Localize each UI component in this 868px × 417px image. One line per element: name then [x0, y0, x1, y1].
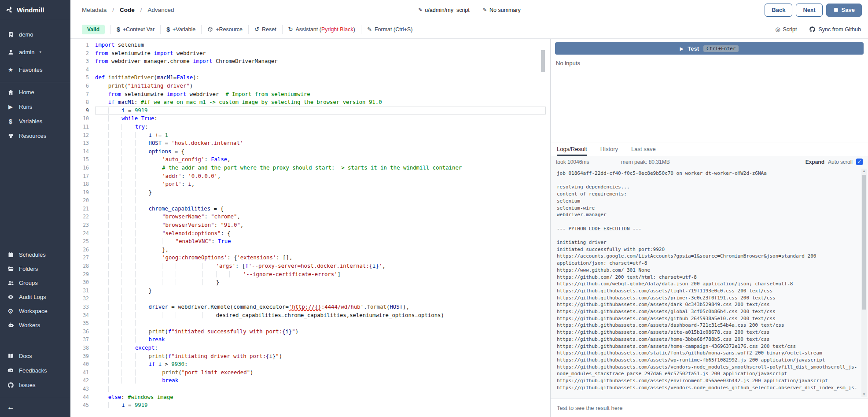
code-line[interactable]: 26 }, — [70, 246, 546, 254]
line-number[interactable]: 10 — [70, 114, 89, 123]
line-number[interactable]: 28 — [70, 262, 89, 270]
code-line[interactable]: 16 # the addr and the port where the pro… — [70, 164, 546, 172]
back-button[interactable]: Back — [765, 4, 792, 17]
line-number[interactable]: 32 — [70, 295, 89, 303]
sidebar-item-workspace[interactable]: ⚙Workspace — [0, 304, 70, 318]
code-line[interactable]: 4 — [70, 66, 546, 74]
sidebar-item-workers[interactable]: Workers — [0, 318, 70, 332]
scroll-up-icon[interactable]: ▲ — [861, 169, 867, 173]
code-line[interactable]: 36 print(f"initiated successfully with p… — [70, 328, 546, 336]
line-number[interactable]: 33 — [70, 303, 89, 311]
code-line[interactable]: 31 } — [70, 287, 546, 295]
editor-scrollbar[interactable] — [541, 50, 545, 72]
line-number[interactable]: 6 — [70, 82, 89, 90]
variable-button[interactable]: $+Variable — [166, 26, 195, 33]
code-line[interactable]: 2from seleniumwire import webdriver — [70, 49, 546, 58]
tab-metadata[interactable]: Metadata — [82, 7, 107, 13]
scroll-down-icon[interactable]: ▼ — [861, 392, 867, 396]
line-number[interactable]: 37 — [70, 336, 89, 344]
script-button[interactable]: ◎Script — [775, 26, 797, 33]
line-number[interactable]: 12 — [70, 131, 89, 140]
sidebar-item-issues[interactable]: Issues — [0, 378, 70, 392]
code-line[interactable]: 29 '--ignore-certificate-errors'] — [70, 270, 546, 279]
line-number[interactable]: 9 — [70, 107, 89, 115]
sidebar-item-folders[interactable]: Folders — [0, 262, 70, 276]
log-output[interactable]: job 01864aff-22dd-cf40-f0c5-0ec8e9b50c70… — [551, 168, 868, 399]
save-button[interactable]: Save — [826, 4, 862, 17]
sidebar-item-resources[interactable]: Resources — [0, 129, 70, 143]
test-button[interactable]: ▶ Test Ctrl+Enter — [555, 42, 864, 55]
code-editor[interactable]: 1import selenium2from seleniumwire impor… — [70, 39, 546, 417]
line-number[interactable]: 25 — [70, 237, 89, 246]
code-line[interactable]: 21 chrome_capabilities = { — [70, 205, 546, 213]
line-number[interactable]: 11 — [70, 123, 89, 131]
code-line[interactable]: 41 print("port limit exceeded") — [70, 369, 546, 377]
tab-advanced[interactable]: Advanced — [148, 7, 174, 13]
line-number[interactable]: 3 — [70, 57, 89, 66]
tab-code[interactable]: Code — [120, 7, 135, 13]
code-line[interactable]: 25 "enableVNC": True — [70, 237, 546, 246]
sidebar-item-admin[interactable]: admin▾ — [0, 43, 70, 61]
sidebar-item-schedules[interactable]: Schedules — [0, 247, 70, 262]
sidebar-item-home[interactable]: Home — [0, 85, 70, 100]
line-number[interactable]: 41 — [70, 369, 89, 377]
code-line[interactable]: 11 try: — [70, 123, 546, 131]
code-line[interactable]: 30 } — [70, 278, 546, 287]
code-line[interactable]: 8 if macM1: #if we are on mac m1 -> cust… — [70, 98, 546, 107]
line-number[interactable]: 23 — [70, 221, 89, 229]
code-line[interactable]: 3from webdriver_manager.chrome import Ch… — [70, 57, 546, 66]
line-number[interactable]: 34 — [70, 311, 89, 320]
code-line[interactable]: 1import selenium — [70, 41, 546, 49]
script-path[interactable]: ✎ u/admin/my_script — [418, 7, 470, 13]
code-line[interactable]: 44 else: #windows image — [70, 393, 546, 402]
code-line[interactable]: 18 'port': i, — [70, 180, 546, 188]
line-number[interactable]: 1 — [70, 41, 89, 49]
code-line[interactable]: 40 if i > 9930: — [70, 360, 546, 369]
code-line[interactable]: 19 } — [70, 188, 546, 197]
line-number[interactable]: 16 — [70, 164, 89, 172]
line-number[interactable]: 4 — [70, 66, 89, 74]
log-scrollbar-handle[interactable] — [862, 175, 866, 310]
code-line[interactable]: 42 break — [70, 376, 546, 385]
line-number[interactable]: 44 — [70, 393, 89, 402]
line-number[interactable]: 22 — [70, 213, 89, 221]
line-number[interactable]: 8 — [70, 98, 89, 107]
code-line[interactable]: 17 'addr': '0.0.0.0', — [70, 172, 546, 181]
line-number[interactable]: 5 — [70, 74, 89, 82]
sidebar-item-favorites[interactable]: ★Favorites — [0, 61, 70, 78]
tab-history[interactable]: History — [600, 143, 618, 156]
code-line[interactable]: 38 except: — [70, 344, 546, 352]
code-line[interactable]: 23 "browserVersion": "91.0", — [70, 221, 546, 229]
autoscroll-checkbox[interactable]: ✓ — [856, 159, 863, 165]
line-number[interactable]: 24 — [70, 229, 89, 238]
code-line[interactable]: 6 print("initiating driver") — [70, 82, 546, 90]
format-ctrl-s-button[interactable]: ✎Format (Ctrl+S) — [367, 26, 412, 33]
line-number[interactable]: 14 — [70, 148, 89, 156]
line-number[interactable]: 19 — [70, 188, 89, 197]
code-line[interactable]: 45 i = 9919 — [70, 401, 546, 410]
line-number[interactable]: 17 — [70, 172, 89, 181]
log-scrollbar[interactable]: ▲ ▼ — [861, 169, 867, 397]
line-number[interactable]: 15 — [70, 155, 89, 164]
line-number[interactable]: 13 — [70, 139, 89, 148]
line-number[interactable]: 7 — [70, 90, 89, 99]
sidebar-item-feedbacks[interactable]: Feedbacks — [0, 363, 70, 378]
code-line[interactable]: 12 i += 1 — [70, 131, 546, 140]
sidebar-item-docs[interactable]: Docs — [0, 349, 70, 363]
line-number[interactable]: 26 — [70, 246, 89, 254]
line-number[interactable]: 40 — [70, 360, 89, 369]
script-summary[interactable]: ✎ No summary — [483, 7, 521, 13]
sync-from-github-button[interactable]: Sync from Github — [809, 26, 861, 33]
code-line[interactable]: 28 'args': [f'--proxy-server=host.docker… — [70, 262, 546, 270]
code-line[interactable]: 9 i = 9919 — [70, 107, 546, 115]
app-logo[interactable]: Windmill — [0, 0, 70, 20]
code-line[interactable]: 35 — [70, 319, 546, 328]
code-line[interactable]: 7 from seleniumwire import webdriver # I… — [70, 90, 546, 99]
code-line[interactable]: 37 break — [70, 336, 546, 344]
line-number[interactable]: 45 — [70, 401, 89, 410]
code-line[interactable]: 39 print(f"initiating driver with port:{… — [70, 352, 546, 361]
line-number[interactable]: 36 — [70, 328, 89, 336]
sidebar-item-demo[interactable]: demo — [0, 26, 70, 43]
code-line[interactable]: 34 desired_capabilities=chrome_capabilit… — [70, 311, 546, 320]
line-number[interactable]: 42 — [70, 376, 89, 385]
